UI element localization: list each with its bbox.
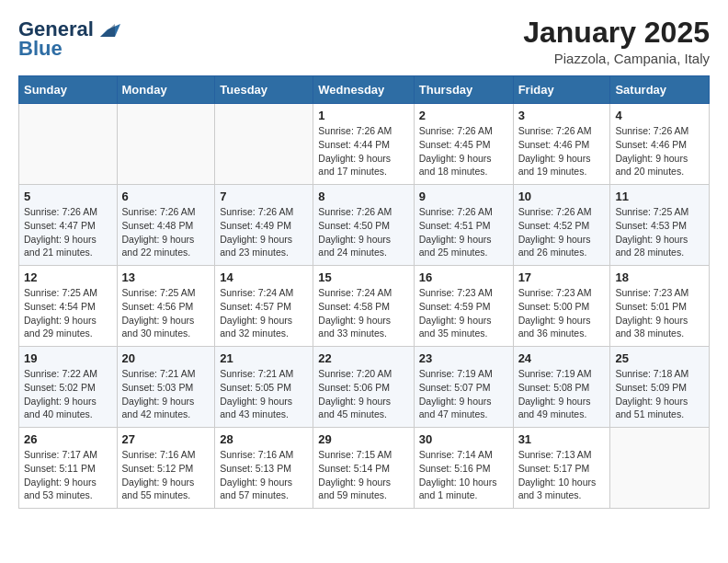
day-cell: 15Sunrise: 7:24 AM Sunset: 4:58 PM Dayli… xyxy=(313,266,414,347)
location-subtitle: Piazzola, Campania, Italy xyxy=(523,51,710,66)
day-number: 20 xyxy=(122,351,210,365)
day-number: 17 xyxy=(518,270,606,284)
day-info: Sunrise: 7:23 AM Sunset: 4:59 PM Dayligh… xyxy=(419,286,508,340)
calendar-table: Sunday Monday Tuesday Wednesday Thursday… xyxy=(18,75,710,509)
day-number: 12 xyxy=(24,270,112,284)
day-info: Sunrise: 7:25 AM Sunset: 4:53 PM Dayligh… xyxy=(615,205,704,259)
header-friday: Friday xyxy=(513,76,610,104)
day-number: 11 xyxy=(615,190,704,203)
day-info: Sunrise: 7:26 AM Sunset: 4:46 PM Dayligh… xyxy=(615,124,704,178)
day-cell xyxy=(117,104,215,185)
day-info: Sunrise: 7:26 AM Sunset: 4:51 PM Dayligh… xyxy=(419,205,508,259)
weekday-header-row: Sunday Monday Tuesday Wednesday Thursday… xyxy=(19,76,710,104)
day-info: Sunrise: 7:18 AM Sunset: 5:09 PM Dayligh… xyxy=(615,367,704,421)
day-number: 1 xyxy=(318,109,408,122)
day-cell: 26Sunrise: 7:17 AM Sunset: 5:11 PM Dayli… xyxy=(19,428,118,509)
header-monday: Monday xyxy=(117,76,215,104)
day-number: 10 xyxy=(518,190,606,203)
day-cell: 7Sunrise: 7:26 AM Sunset: 4:49 PM Daylig… xyxy=(215,185,313,266)
day-info: Sunrise: 7:26 AM Sunset: 4:46 PM Dayligh… xyxy=(518,124,606,178)
page: General Blue January 2025 Piazzola, Camp… xyxy=(0,0,728,525)
day-cell: 19Sunrise: 7:22 AM Sunset: 5:02 PM Dayli… xyxy=(19,347,118,428)
header-tuesday: Tuesday xyxy=(215,76,313,104)
day-cell: 29Sunrise: 7:15 AM Sunset: 5:14 PM Dayli… xyxy=(313,428,414,509)
day-info: Sunrise: 7:21 AM Sunset: 5:05 PM Dayligh… xyxy=(220,367,308,421)
page-title: January 2025 xyxy=(523,17,710,49)
day-number: 22 xyxy=(318,351,408,365)
header-thursday: Thursday xyxy=(414,76,513,104)
day-info: Sunrise: 7:20 AM Sunset: 5:06 PM Dayligh… xyxy=(318,367,408,421)
day-number: 24 xyxy=(518,351,606,365)
day-info: Sunrise: 7:17 AM Sunset: 5:11 PM Dayligh… xyxy=(24,448,112,502)
header-sunday: Sunday xyxy=(19,76,118,104)
day-cell xyxy=(215,104,313,185)
day-number: 29 xyxy=(318,432,408,446)
day-cell: 23Sunrise: 7:19 AM Sunset: 5:07 PM Dayli… xyxy=(414,347,513,428)
day-cell: 4Sunrise: 7:26 AM Sunset: 4:46 PM Daylig… xyxy=(610,104,710,185)
day-cell: 14Sunrise: 7:24 AM Sunset: 4:57 PM Dayli… xyxy=(215,266,313,347)
day-number: 3 xyxy=(518,109,606,122)
day-number: 19 xyxy=(24,351,112,365)
day-cell: 8Sunrise: 7:26 AM Sunset: 4:50 PM Daylig… xyxy=(313,185,414,266)
day-number: 26 xyxy=(24,432,112,446)
day-number: 5 xyxy=(24,190,112,203)
week-row-4: 19Sunrise: 7:22 AM Sunset: 5:02 PM Dayli… xyxy=(19,347,710,428)
day-info: Sunrise: 7:26 AM Sunset: 4:52 PM Dayligh… xyxy=(518,205,606,259)
header: General Blue January 2025 Piazzola, Camp… xyxy=(18,17,710,66)
day-info: Sunrise: 7:26 AM Sunset: 4:45 PM Dayligh… xyxy=(419,124,508,178)
day-number: 15 xyxy=(318,270,408,284)
day-number: 18 xyxy=(615,270,704,284)
day-info: Sunrise: 7:25 AM Sunset: 4:56 PM Dayligh… xyxy=(122,286,210,340)
day-cell: 11Sunrise: 7:25 AM Sunset: 4:53 PM Dayli… xyxy=(610,185,710,266)
day-info: Sunrise: 7:26 AM Sunset: 4:49 PM Dayligh… xyxy=(220,205,308,259)
day-number: 25 xyxy=(615,351,704,365)
week-row-5: 26Sunrise: 7:17 AM Sunset: 5:11 PM Dayli… xyxy=(19,428,710,509)
day-number: 8 xyxy=(318,190,408,203)
day-info: Sunrise: 7:26 AM Sunset: 4:47 PM Dayligh… xyxy=(24,205,112,259)
day-info: Sunrise: 7:26 AM Sunset: 4:44 PM Dayligh… xyxy=(318,124,408,178)
day-cell: 28Sunrise: 7:16 AM Sunset: 5:13 PM Dayli… xyxy=(215,428,313,509)
day-cell: 25Sunrise: 7:18 AM Sunset: 5:09 PM Dayli… xyxy=(610,347,710,428)
day-info: Sunrise: 7:26 AM Sunset: 4:48 PM Dayligh… xyxy=(122,205,210,259)
day-cell: 30Sunrise: 7:14 AM Sunset: 5:16 PM Dayli… xyxy=(414,428,513,509)
day-cell: 6Sunrise: 7:26 AM Sunset: 4:48 PM Daylig… xyxy=(117,185,215,266)
day-info: Sunrise: 7:25 AM Sunset: 4:54 PM Dayligh… xyxy=(24,286,112,340)
day-cell: 22Sunrise: 7:20 AM Sunset: 5:06 PM Dayli… xyxy=(313,347,414,428)
logo-icon xyxy=(95,17,120,42)
day-cell: 20Sunrise: 7:21 AM Sunset: 5:03 PM Dayli… xyxy=(117,347,215,428)
day-info: Sunrise: 7:16 AM Sunset: 5:13 PM Dayligh… xyxy=(220,448,308,502)
day-info: Sunrise: 7:16 AM Sunset: 5:12 PM Dayligh… xyxy=(122,448,210,502)
day-info: Sunrise: 7:23 AM Sunset: 5:01 PM Dayligh… xyxy=(615,286,704,340)
day-number: 27 xyxy=(122,432,210,446)
day-info: Sunrise: 7:21 AM Sunset: 5:03 PM Dayligh… xyxy=(122,367,210,421)
day-cell: 10Sunrise: 7:26 AM Sunset: 4:52 PM Dayli… xyxy=(513,185,610,266)
day-cell: 21Sunrise: 7:21 AM Sunset: 5:05 PM Dayli… xyxy=(215,347,313,428)
day-info: Sunrise: 7:15 AM Sunset: 5:14 PM Dayligh… xyxy=(318,448,408,502)
title-block: January 2025 Piazzola, Campania, Italy xyxy=(523,17,710,66)
day-number: 2 xyxy=(419,109,508,122)
day-number: 16 xyxy=(419,270,508,284)
day-info: Sunrise: 7:14 AM Sunset: 5:16 PM Dayligh… xyxy=(419,448,508,502)
day-info: Sunrise: 7:23 AM Sunset: 5:00 PM Dayligh… xyxy=(518,286,606,340)
week-row-2: 5Sunrise: 7:26 AM Sunset: 4:47 PM Daylig… xyxy=(19,185,710,266)
day-info: Sunrise: 7:19 AM Sunset: 5:07 PM Dayligh… xyxy=(419,367,508,421)
day-number: 9 xyxy=(419,190,508,203)
day-number: 14 xyxy=(220,270,308,284)
header-saturday: Saturday xyxy=(610,76,710,104)
day-number: 4 xyxy=(615,109,704,122)
day-number: 28 xyxy=(220,432,308,446)
day-cell: 2Sunrise: 7:26 AM Sunset: 4:45 PM Daylig… xyxy=(414,104,513,185)
day-info: Sunrise: 7:26 AM Sunset: 4:50 PM Dayligh… xyxy=(318,205,408,259)
day-cell: 18Sunrise: 7:23 AM Sunset: 5:01 PM Dayli… xyxy=(610,266,710,347)
day-cell: 12Sunrise: 7:25 AM Sunset: 4:54 PM Dayli… xyxy=(19,266,118,347)
day-cell: 24Sunrise: 7:19 AM Sunset: 5:08 PM Dayli… xyxy=(513,347,610,428)
day-number: 7 xyxy=(220,190,308,203)
day-cell: 3Sunrise: 7:26 AM Sunset: 4:46 PM Daylig… xyxy=(513,104,610,185)
week-row-1: 1Sunrise: 7:26 AM Sunset: 4:44 PM Daylig… xyxy=(19,104,710,185)
day-cell: 27Sunrise: 7:16 AM Sunset: 5:12 PM Dayli… xyxy=(117,428,215,509)
day-number: 21 xyxy=(220,351,308,365)
day-cell: 16Sunrise: 7:23 AM Sunset: 4:59 PM Dayli… xyxy=(414,266,513,347)
day-cell: 13Sunrise: 7:25 AM Sunset: 4:56 PM Dayli… xyxy=(117,266,215,347)
logo: General Blue xyxy=(18,17,120,59)
day-info: Sunrise: 7:13 AM Sunset: 5:17 PM Dayligh… xyxy=(518,448,606,502)
